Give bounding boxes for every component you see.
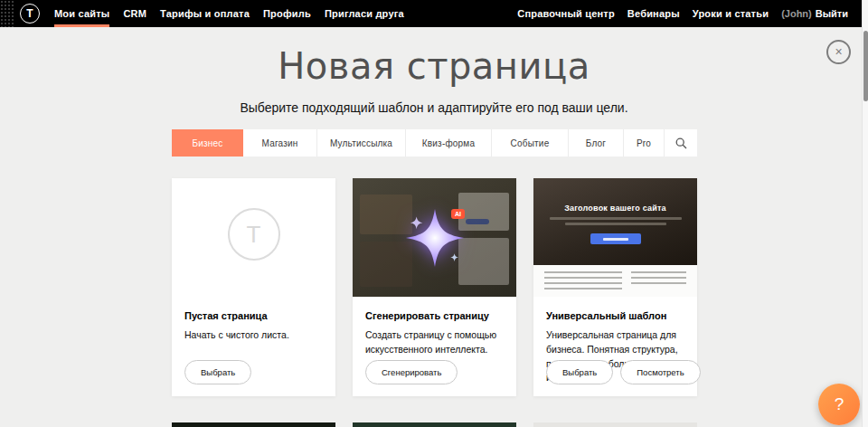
nav-my-sites[interactable]: Мои сайты bbox=[54, 0, 109, 27]
preview-paragraph bbox=[544, 271, 622, 291]
tab-shop[interactable]: Магазин bbox=[243, 129, 317, 157]
user-area: (John) Выйти bbox=[781, 8, 848, 19]
logout-link[interactable]: Выйти bbox=[816, 8, 848, 19]
tilda-circle-logo-icon: T bbox=[228, 208, 280, 261]
generate-button[interactable]: Сгенерировать bbox=[365, 360, 458, 384]
nav-help-center[interactable]: Справочный центр bbox=[517, 0, 615, 27]
preview-paragraph bbox=[631, 271, 686, 286]
close-icon[interactable]: × bbox=[826, 40, 851, 64]
nav-crm[interactable]: CRM bbox=[123, 0, 146, 27]
template-card-ai: AI Сгенерировать страницу Создать страни… bbox=[353, 178, 516, 396]
next-row-card-preview bbox=[533, 422, 697, 427]
universal-template-preview: Заголовок вашего сайта bbox=[533, 178, 697, 297]
blank-page-preview: T bbox=[172, 178, 335, 297]
view-universal-button[interactable]: Посмотреть bbox=[620, 360, 700, 384]
scrollbar-thumb[interactable] bbox=[863, 31, 868, 101]
preview-text-section bbox=[533, 265, 697, 297]
select-universal-button[interactable]: Выбрать bbox=[546, 360, 613, 384]
tilda-logo[interactable]: T bbox=[20, 4, 40, 24]
nav-pricing[interactable]: Тарифы и оплата bbox=[160, 0, 250, 27]
ai-generate-preview: AI bbox=[353, 178, 516, 297]
nav-profile[interactable]: Профиль bbox=[263, 0, 311, 27]
preview-cta-button bbox=[590, 233, 641, 244]
select-blank-button[interactable]: Выбрать bbox=[184, 360, 251, 384]
user-name: (John) bbox=[781, 8, 812, 19]
tab-search[interactable] bbox=[665, 129, 697, 157]
template-category-tabs: Бизнес Магазин Мультиссылка Квиз-форма С… bbox=[172, 129, 697, 157]
preview-hero: Заголовок вашего сайта bbox=[533, 178, 697, 265]
tab-multilink[interactable]: Мультиссылка bbox=[317, 129, 406, 157]
tab-business[interactable]: Бизнес bbox=[172, 129, 243, 157]
tilda-logo-letter: T bbox=[26, 7, 33, 20]
secondary-nav: Справочный центр Вебинары Уроки и статьи… bbox=[505, 0, 868, 27]
template-card-blank: T Пустая страница Начать с чистого листа… bbox=[172, 178, 335, 396]
page-title: Новая страница bbox=[0, 45, 868, 87]
card-description: Начать с чистого листа. bbox=[184, 328, 323, 343]
page-subtitle: Выберите подходящий шаблон и адаптируйте… bbox=[0, 100, 868, 115]
card-title: Сгенерировать страницу bbox=[365, 310, 504, 321]
ai-badge: AI bbox=[451, 209, 465, 219]
preview-text-line bbox=[550, 217, 682, 220]
card-title: Универсальный шаблон bbox=[546, 310, 684, 321]
scrollbar-track[interactable] bbox=[862, 0, 868, 427]
tab-event[interactable]: Событие bbox=[492, 129, 569, 157]
preview-text-line bbox=[565, 223, 666, 225]
next-row-card-preview bbox=[172, 422, 335, 427]
halftone-pattern bbox=[0, 0, 14, 27]
next-row-card-preview bbox=[353, 422, 516, 427]
tab-pro[interactable]: Pro bbox=[624, 129, 665, 157]
tab-blog[interactable]: Блог bbox=[569, 129, 624, 157]
main-nav: Мои сайты CRM Тарифы и оплата Профиль Пр… bbox=[54, 0, 418, 27]
search-icon bbox=[675, 138, 687, 149]
preview-hero-heading: Заголовок вашего сайта bbox=[564, 204, 666, 213]
card-description: Создать страницу с помощью искусственног… bbox=[365, 328, 504, 357]
help-button[interactable]: ? bbox=[818, 384, 860, 425]
card-title: Пустая страница bbox=[184, 310, 323, 321]
tab-quiz-form[interactable]: Квиз-форма bbox=[406, 129, 492, 157]
template-card-universal: Заголовок вашего сайта Универсальный шаб… bbox=[533, 178, 697, 396]
nav-webinars[interactable]: Вебинары bbox=[627, 0, 680, 27]
topbar: T Мои сайты CRM Тарифы и оплата Профиль … bbox=[0, 0, 868, 27]
nav-invite-friend[interactable]: Пригласи друга bbox=[325, 0, 404, 27]
nav-lessons[interactable]: Уроки и статьи bbox=[693, 0, 769, 27]
